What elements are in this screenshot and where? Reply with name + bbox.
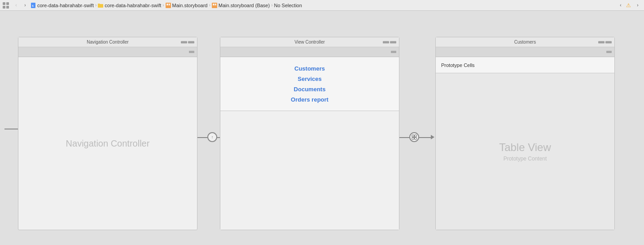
svg-rect-0: [3, 2, 5, 5]
svg-rect-9: [212, 3, 217, 8]
breadcrumb-item-3[interactable]: Main.storyboard: [166, 3, 208, 8]
segue-2-arrow: [431, 135, 434, 139]
prototype-cells-label: Prototype Cells: [436, 57, 614, 73]
warning-icon[interactable]: ⚠: [626, 2, 632, 9]
nav-right-back[interactable]: ‹: [617, 2, 624, 9]
menu-item-customers[interactable]: Customers: [294, 65, 325, 72]
customers-status-bar: [436, 47, 614, 57]
customers-controller[interactable]: Customers Prototype Cells Table View Pro…: [435, 37, 615, 230]
view-controller-menu: Customers Services Documents Orders repo…: [220, 57, 399, 111]
nav-bar: ‹ › S core-data-habrahabr-swift › core-d…: [0, 0, 644, 11]
nav-controller-status-pill: [181, 41, 194, 43]
menu-item-documents[interactable]: Documents: [294, 86, 326, 93]
svg-rect-1: [6, 2, 9, 5]
folder-icon: [98, 3, 103, 8]
breadcrumb-item-2[interactable]: core-data-habrahabr-swift: [98, 3, 161, 8]
breadcrumb-sep-3: ›: [209, 3, 210, 8]
back-arrow[interactable]: ‹: [13, 2, 20, 9]
swift-file-icon: S: [31, 3, 36, 8]
svg-rect-14: [412, 138, 414, 140]
view-controller[interactable]: View Controller Customers Services Docum…: [220, 37, 399, 230]
svg-rect-2: [3, 6, 5, 9]
breadcrumb: S core-data-habrahabr-swift › core-data-…: [31, 3, 302, 8]
svg-rect-15: [415, 138, 417, 140]
table-view-body: Table View Prototype Content: [436, 73, 614, 230]
status-bar-icons: [189, 51, 194, 53]
svg-text:S: S: [32, 4, 34, 7]
breadcrumb-sep-1: ›: [95, 3, 96, 8]
breadcrumb-item-5: No Selection: [274, 3, 302, 8]
svg-rect-3: [6, 6, 9, 9]
breadcrumb-item-4[interactable]: Main.storyboard (Base): [212, 3, 270, 8]
svg-rect-12: [412, 135, 414, 137]
svg-rect-11: [215, 4, 216, 5]
customers-controller-header: Customers: [436, 37, 614, 47]
navigation-controller-header: Navigation Controller: [18, 37, 197, 47]
nav-status-bar: [18, 47, 197, 57]
storyboard-icon-1: [166, 3, 171, 8]
vc-status-bar: [220, 47, 399, 57]
segue-2-line-right: [419, 137, 432, 138]
vc-status-icons: [391, 51, 396, 53]
segue-2-circle: [409, 132, 419, 142]
customers-status-pill: [598, 41, 612, 43]
view-controller-header: View Controller: [220, 37, 399, 47]
segue-1-line-left: [197, 137, 207, 138]
segue-1-circle: ↑: [207, 132, 217, 142]
nav-bar-right: ‹ ⚠ ›: [617, 2, 641, 9]
storyboard-canvas: Navigation Controller Navigation Control…: [0, 11, 644, 245]
grid-icon[interactable]: [3, 2, 9, 9]
breadcrumb-sep-4: ›: [271, 3, 272, 8]
forward-arrow[interactable]: ›: [22, 2, 29, 9]
storyboard-icon-2: [212, 3, 217, 8]
nav-right-forward[interactable]: ›: [634, 2, 641, 9]
navigation-controller[interactable]: Navigation Controller Navigation Control…: [18, 37, 197, 230]
breadcrumb-item-1[interactable]: S core-data-habrahabr-swift: [31, 3, 94, 8]
svg-rect-8: [169, 4, 170, 5]
segue-2-icon: [412, 134, 417, 140]
svg-rect-13: [415, 135, 417, 137]
breadcrumb-sep-2: ›: [162, 3, 164, 8]
entry-arrow-line: [4, 129, 18, 129]
customers-status-icons: [606, 51, 612, 53]
view-controller-body: [220, 111, 399, 230]
menu-item-orders-report[interactable]: Orders report: [291, 96, 329, 103]
navigation-controller-body: Navigation Controller: [18, 57, 197, 230]
svg-rect-10: [213, 4, 215, 5]
svg-rect-7: [166, 4, 168, 5]
vc-status-pill: [383, 41, 396, 43]
svg-rect-6: [166, 3, 171, 8]
segue-2-line-left: [399, 137, 409, 138]
menu-item-services[interactable]: Services: [298, 76, 322, 82]
